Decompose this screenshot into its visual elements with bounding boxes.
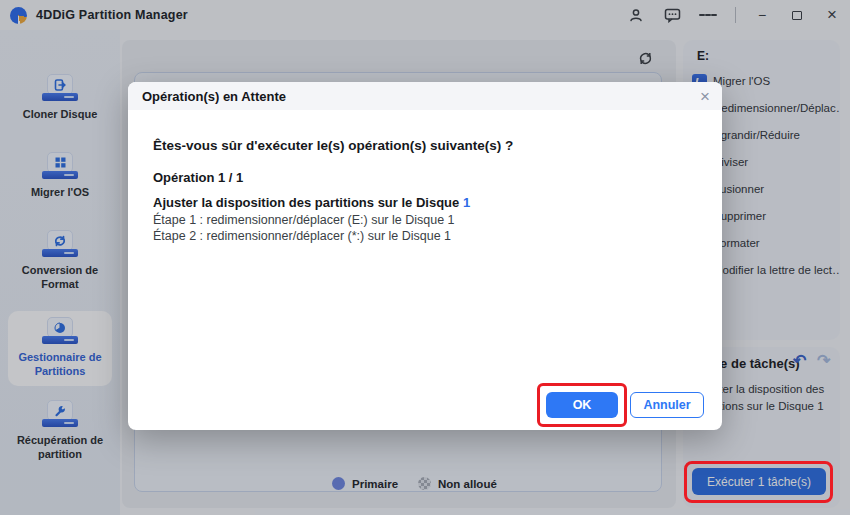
operation-counter: Opération 1 / 1 — [153, 170, 243, 185]
ok-button[interactable]: OK — [546, 392, 618, 418]
operation-step: Étape 2 : redimensionner/déplacer (*:) s… — [153, 229, 451, 243]
pending-operations-dialog: Opération(s) en Attente × Êtes-vous sûr … — [128, 82, 722, 430]
operation-step: Étape 1 : redimensionner/déplacer (E:) s… — [153, 213, 455, 227]
dialog-header: Opération(s) en Attente × — [128, 82, 722, 110]
operation-title: Ajuster la disposition des partitions su… — [153, 195, 470, 210]
dialog-title: Opération(s) en Attente — [142, 89, 286, 104]
cancel-button[interactable]: Annuler — [630, 392, 704, 418]
disk-number: 1 — [463, 195, 470, 210]
app-window: 4DDiG Partition Manager − × Cloner Disqu… — [0, 0, 850, 515]
dialog-question: Êtes-vous sûr d'exécuter le(s) opération… — [153, 138, 513, 153]
dialog-close-icon[interactable]: × — [700, 88, 710, 105]
